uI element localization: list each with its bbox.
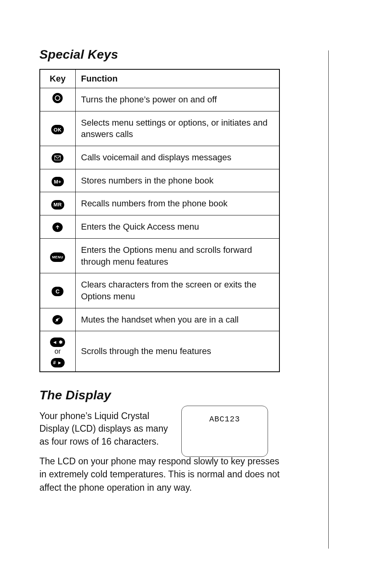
key-cell-power (40, 88, 75, 111)
table-row: Turns the phone’s power on and off (40, 88, 279, 111)
power-icon (52, 93, 63, 103)
func-cell: Stores numbers in the phone book (75, 169, 279, 192)
heading-special-keys: Special Keys (39, 47, 280, 62)
display-para2: The LCD on your phone may respond slowly… (39, 455, 280, 494)
func-cell: Turns the phone’s power on and off (75, 88, 279, 111)
key-cell-ok: OK (40, 111, 75, 146)
ok-icon: OK (51, 125, 64, 134)
table-row: Mutes the handset when you are in a call (40, 308, 279, 331)
up-arrow-icon (52, 223, 63, 232)
or-label: or (43, 348, 73, 355)
page: Special Keys Key Function Turns the phon… (0, 0, 376, 588)
mplus-icon: M+ (52, 177, 64, 186)
menu-icon: MENU (50, 252, 65, 262)
table-row: Calls voicemail and displays messages (40, 146, 279, 169)
c-icon: C (52, 287, 63, 296)
mr-icon: MR (51, 200, 64, 210)
func-cell: Clears characters from the screen or exi… (75, 273, 279, 308)
table-row: MR Recalls numbers from the phone book (40, 192, 279, 215)
func-cell: Mutes the handset when you are in a call (75, 308, 279, 331)
th-function: Function (75, 69, 279, 88)
func-cell: Scrolls through the menu features (75, 331, 279, 372)
mail-icon (52, 153, 63, 163)
key-cell-mr: MR (40, 192, 75, 215)
keys-table: Key Function Turns the phone’s power on … (39, 69, 280, 372)
key-cell-mail (40, 146, 75, 169)
display-section: ABC123 Your phone’s Liquid Crystal Displ… (39, 410, 280, 494)
table-row: MENU Enters the Options menu and scrolls… (40, 238, 279, 273)
left-star-icon: ◄ ✱ (50, 338, 65, 347)
heading-the-display: The Display (39, 388, 280, 403)
table-row: OK Selects menu settings or options, or … (40, 111, 279, 146)
func-cell: Calls voicemail and displays messages (75, 146, 279, 169)
key-cell-mplus: M+ (40, 169, 75, 192)
key-cell-up (40, 215, 75, 239)
content-column: Special Keys Key Function Turns the phon… (39, 47, 280, 494)
table-row: ◄ ✱ or # ► Scrolls through the menu feat… (40, 331, 279, 372)
display-intro: Your phone’s Liquid Crystal Display (LCD… (39, 410, 173, 448)
func-cell: Recalls numbers from the phone book (75, 192, 279, 215)
key-cell-c: C (40, 273, 75, 308)
hash-right-icon: # ► (51, 358, 65, 367)
func-cell: Enters the Options menu and scrolls forw… (75, 238, 279, 273)
th-key: Key (40, 69, 75, 88)
mute-icon (52, 315, 63, 325)
key-cell-scroll: ◄ ✱ or # ► (40, 331, 75, 372)
func-cell: Enters the Quick Access menu (75, 215, 279, 239)
vertical-rule (328, 50, 329, 549)
table-row: C Clears characters from the screen or e… (40, 273, 279, 308)
func-cell: Selects menu settings or options, or ini… (75, 111, 279, 146)
table-row: Enters the Quick Access menu (40, 215, 279, 239)
key-cell-menu: MENU (40, 238, 75, 273)
table-row: M+ Stores numbers in the phone book (40, 169, 279, 192)
key-cell-mute (40, 308, 75, 331)
lcd-text: ABC123 (209, 415, 240, 424)
lcd-illustration: ABC123 (181, 406, 268, 457)
